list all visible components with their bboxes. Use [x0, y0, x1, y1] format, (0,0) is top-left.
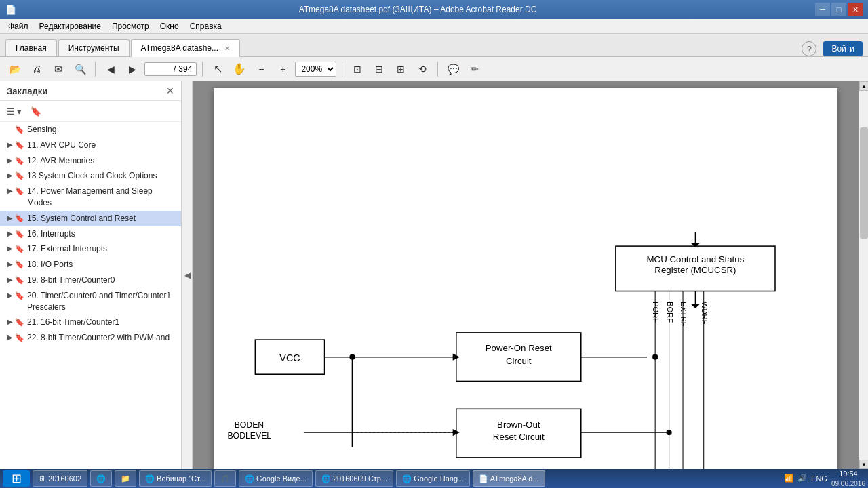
expand-icon: ▶ [5, 186, 15, 196]
expand-icon: ▶ [5, 214, 15, 223]
sidebar-close-button[interactable]: ✕ [166, 85, 174, 96]
scroll-track[interactable] [859, 91, 868, 460]
taskbar-item-vlc[interactable]: 🎵 [214, 470, 236, 487]
sidebar-header: Закладки ✕ [0, 81, 181, 101]
bookmark-add-button[interactable]: 🔖 [27, 104, 45, 119]
zoom-out-button[interactable]: − [252, 60, 271, 78]
fit-page-button[interactable]: ⊡ [348, 60, 367, 78]
bookmark-options-button[interactable]: ☰ ▾ [5, 104, 23, 119]
menu-window[interactable]: Окно [155, 20, 184, 33]
fit-width-button[interactable]: ⊟ [370, 60, 389, 78]
bookmark-item-12[interactable]: ▶ 🔖 12. AVR Memories [0, 153, 181, 169]
svg-text:Brown-Out: Brown-Out [497, 420, 540, 430]
svg-text:Circuit: Circuit [506, 356, 532, 366]
tab-home[interactable]: Главная [5, 39, 57, 56]
expand-icon: ▶ [5, 260, 15, 269]
scroll-up-button[interactable]: ▲ [859, 81, 868, 91]
taskbar-item-acrobat[interactable]: 📄 ATmega8A d... [473, 470, 545, 487]
expand-icon: ▶ [5, 140, 15, 150]
expand-icon: ▶ [5, 275, 15, 285]
toolbar: 📂 🖨 ✉ 🔍 ◀ ▶ 58 / 394 ↖ ✋ − + 200% 150% 1… [0, 57, 868, 81]
page-number-input[interactable]: 58 [149, 64, 171, 74]
bookmark-item-13[interactable]: ▶ 🔖 13 System Clock and Clock Options [0, 168, 181, 184]
prev-page-button[interactable]: ◀ [101, 60, 120, 78]
pdf-page: MCU Control and Status Register (MCUCSR)… [214, 88, 837, 469]
svg-point-23 [652, 354, 658, 360]
bookmark-item-22[interactable]: ▶ 🔖 22. 8-bit Timer/Counter2 with PWM an… [0, 330, 181, 346]
tab-close-icon[interactable]: ✕ [224, 45, 230, 52]
svg-text:EXTRF: EXTRF [679, 302, 688, 327]
highlight-button[interactable]: ✏ [465, 60, 484, 78]
bookmark-item-16[interactable]: ▶ 🔖 16. Interrupts [0, 226, 181, 242]
bookmark-icon: 🔖 [15, 333, 24, 343]
taskbar-item-ie[interactable]: 🌐 [90, 470, 112, 487]
bookmark-item-19[interactable]: ▶ 🔖 19. 8-bit Timer/Counter0 [0, 272, 181, 288]
next-page-button[interactable]: ▶ [123, 60, 142, 78]
taskbar-item-chrome2[interactable]: 🌐 Google Виде... [239, 470, 313, 487]
minimize-button[interactable]: ─ [815, 3, 830, 16]
page-total: 394 [178, 64, 192, 74]
scroll-thumb[interactable] [860, 127, 868, 238]
svg-text:VCC: VCC [279, 352, 300, 363]
sidebar: Закладки ✕ ☰ ▾ 🔖 🔖 Sensing ▶ 🔖 11. AVR C… [0, 81, 182, 469]
svg-text:PORF: PORF [652, 302, 660, 323]
close-button[interactable]: ✕ [848, 3, 863, 16]
menu-help[interactable]: Справка [184, 20, 227, 33]
bookmark-item-20[interactable]: ▶ 🔖 20. Timer/Counter0 and Timer/Counter… [0, 288, 181, 315]
cursor-tool[interactable]: ↖ [208, 60, 227, 78]
bookmark-item-17[interactable]: ▶ 🔖 17. External Interrupts [0, 241, 181, 257]
expand-icon: ▶ [5, 156, 15, 165]
sidebar-collapse-button[interactable]: ◀ [182, 81, 193, 469]
bookmark-item-15[interactable]: ▶ 🔖 15. System Control and Reset [0, 211, 181, 226]
bookmark-icon: 🔖 [15, 140, 24, 150]
rotate-button[interactable]: ⟲ [413, 60, 432, 78]
menu-view[interactable]: Просмотр [106, 20, 155, 33]
signin-button[interactable]: Войти [823, 41, 863, 56]
taskbar-item-chrome4[interactable]: 🌐 Google Hang... [396, 470, 470, 487]
sidebar-toolbar: ☰ ▾ 🔖 [0, 101, 181, 122]
bookmark-item-18[interactable]: ▶ 🔖 18. I/O Ports [0, 257, 181, 272]
hand-tool[interactable]: ✋ [230, 60, 249, 78]
bookmark-icon: 🔖 [15, 214, 24, 224]
scroll-down-button[interactable]: ▼ [859, 460, 868, 469]
zoom-select[interactable]: 200% 150% 100% 75% [295, 62, 336, 77]
taskbar-item-chrome3[interactable]: 🌐 20160609 Стр... [315, 470, 393, 487]
bookmark-item-sensing[interactable]: 🔖 Sensing [0, 122, 181, 138]
start-button[interactable]: ⊞ [3, 470, 30, 487]
bookmark-icon: 🔖 [15, 125, 24, 135]
bookmark-item-11[interactable]: ▶ 🔖 11. AVR CPU Core [0, 138, 181, 153]
right-scrollbar: ▲ ▼ [859, 81, 868, 469]
tab-document[interactable]: ATmega8A datashe... ✕ [131, 39, 241, 57]
expand-icon [5, 125, 15, 134]
svg-marker-4 [690, 304, 700, 308]
clock-time: 19:54 [831, 469, 865, 479]
expand-icon: ▶ [5, 244, 15, 253]
network-icon: 📶 [784, 474, 793, 483]
expand-icon: ▶ [5, 171, 15, 180]
svg-point-34 [667, 430, 672, 435]
bookmark-icon: 🔖 [15, 186, 24, 197]
svg-text:Register (MCUCSR): Register (MCUCSR) [654, 265, 736, 275]
tab-tools[interactable]: Инструменты [58, 39, 130, 56]
fit-height-button[interactable]: ⊞ [391, 60, 410, 78]
svg-text:WDRF: WDRF [701, 302, 709, 325]
menu-file[interactable]: Файл [3, 20, 34, 33]
email-button[interactable]: ✉ [49, 60, 68, 78]
bookmark-item-14[interactable]: ▶ 🔖 14. Power Management and Sleep Modes [0, 184, 181, 211]
bookmark-item-21[interactable]: ▶ 🔖 21. 16-bit Timer/Counter1 [0, 314, 181, 330]
menu-edit[interactable]: Редактирование [34, 20, 106, 33]
pdf-area[interactable]: MCU Control and Status Register (MCUCSR)… [193, 81, 859, 469]
help-button[interactable]: ? [802, 41, 816, 56]
taskbar-item-chrome1[interactable]: 🌐 Вебинар "Ст... [139, 470, 212, 487]
print-button[interactable]: 🖨 [27, 60, 46, 78]
taskbar-item-folder[interactable]: 📁 [115, 470, 136, 487]
search-button[interactable]: 🔍 [71, 60, 90, 78]
expand-icon: ▶ [5, 229, 15, 239]
maximize-button[interactable]: □ [831, 3, 846, 16]
tab-bar: Главная Инструменты ATmega8A datashe... … [0, 34, 868, 57]
open-button[interactable]: 📂 [5, 60, 24, 78]
comment-button[interactable]: 💬 [443, 60, 462, 78]
taskbar-item-explorer[interactable]: 🗓 20160602 [33, 470, 87, 487]
app-icon: 📄 [5, 5, 16, 15]
zoom-in-button[interactable]: + [273, 60, 292, 78]
